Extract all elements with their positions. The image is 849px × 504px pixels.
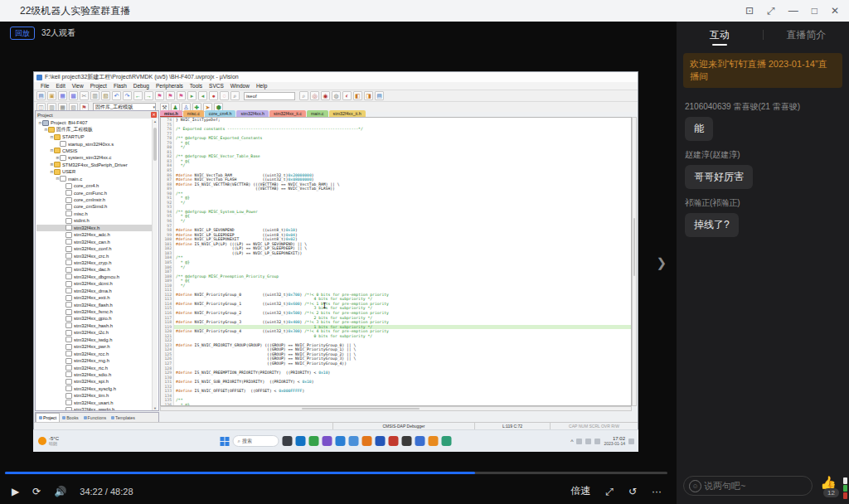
tree-item-core_cmInstr.h[interactable]: core_cmInstr.h: [36, 196, 153, 203]
close-icon[interactable]: ✕: [831, 0, 839, 22]
tree-item-stm32f4xx_conf.h[interactable]: stm32f4xx_conf.h: [36, 245, 153, 252]
tree-item-stm32f4xx_dcmi.h[interactable]: stm32f4xx_dcmi.h: [36, 280, 153, 287]
tree-item-core_cm4.h[interactable]: core_cm4.h: [36, 182, 153, 189]
green-app-icon[interactable]: [442, 436, 452, 446]
find-icon[interactable]: ⌕: [299, 91, 308, 100]
chat-input[interactable]: [683, 476, 813, 496]
code-view[interactable]: 74} NVIC_InitTypeDef;7576/* Exported con…: [160, 117, 632, 406]
tray-expand-icon[interactable]: ^: [570, 439, 573, 444]
panel-tab-project[interactable]: Project: [36, 413, 60, 422]
outdent-icon[interactable]: ◂: [198, 91, 207, 100]
tree-item-stm32f4xx_can.h[interactable]: stm32f4xx_can.h: [36, 238, 153, 245]
save-all-icon[interactable]: ▩: [69, 91, 78, 100]
editor-hscroll-thumb[interactable]: [302, 408, 420, 410]
tree-item-stm32f4xx_cryp.h[interactable]: stm32f4xx_cryp.h: [36, 259, 153, 266]
menu-help[interactable]: Help: [253, 83, 270, 89]
tree-item-stdint.h[interactable]: stdint.h: [36, 217, 153, 224]
emoji-icon[interactable]: ☺: [689, 480, 701, 492]
dev-app-icon[interactable]: [376, 436, 386, 446]
more-button[interactable]: ···: [652, 486, 662, 497]
tree-item-stm32f4xx_rng.h[interactable]: stm32f4xx_rng.h: [36, 357, 153, 364]
panel-collapse-handle[interactable]: ❯: [656, 255, 667, 270]
indent-icon[interactable]: ▸: [187, 91, 196, 100]
menu-debug[interactable]: Debug: [130, 83, 153, 89]
menu-file[interactable]: File: [37, 83, 52, 89]
chat-message-list[interactable]: 2106040639 雷喜骏(21 雷喜骏)能赵建淳(赵建淳)哥哥好厉害祁瀚正(…: [685, 93, 841, 468]
tree-item-stm32f4xx_pwr.h[interactable]: stm32f4xx_pwr.h: [36, 343, 153, 350]
editor-tab-core_cm4.h[interactable]: core_cm4.h: [205, 110, 236, 117]
flash-download-icon[interactable]: ◨: [364, 91, 373, 100]
incremental-find-icon[interactable]: ◎: [310, 91, 319, 100]
editor-tab-stm32f4xx.h[interactable]: stm32f4xx.h: [236, 110, 269, 117]
tree-item-stm32f4xx_tim.h[interactable]: stm32f4xx_tim.h: [36, 392, 153, 399]
tree-item-misc.h[interactable]: misc.h: [36, 211, 153, 217]
kill-icon[interactable]: ◐: [342, 91, 352, 100]
blue-app-icon[interactable]: [415, 436, 425, 446]
undo-icon[interactable]: ↶: [112, 91, 121, 100]
tree-item-stm32f4xx_gpio.h[interactable]: stm32f4xx_gpio.h: [36, 315, 153, 322]
new-file-icon[interactable]: ▤: [36, 91, 46, 100]
tree-item-STM32F4xx_StdPeriph_Driver[interactable]: ⊞STM32F4xx_StdPeriph_Driver: [36, 162, 153, 168]
tree-item-stm32f4xx_dma.h[interactable]: stm32f4xx_dma.h: [36, 288, 153, 294]
menu-peripherals[interactable]: Peripherals: [153, 83, 187, 89]
voice-app-icon[interactable]: [323, 436, 332, 446]
tree-item-CMSIS[interactable]: ⊟CMSIS: [36, 148, 153, 154]
tree-item-stm32f4xx_syscfg.h[interactable]: stm32f4xx_syscfg.h: [36, 385, 153, 392]
find-in-files-icon[interactable]: ⌕: [230, 91, 240, 100]
network-icon[interactable]: [585, 439, 591, 444]
tree-item-startup_stm32f40xx.s[interactable]: startup_stm32f40xx.s: [36, 140, 153, 147]
progress-bar[interactable]: [5, 472, 667, 474]
rotate-button[interactable]: ↺: [628, 486, 637, 497]
taskbar-clock[interactable]: 17:02 2023-01-14: [604, 436, 625, 446]
orange-app-2-icon[interactable]: [429, 436, 439, 446]
copy-icon[interactable]: ▥: [90, 91, 99, 100]
volume-button[interactable]: 🔊: [54, 486, 66, 497]
play-button[interactable]: ▶: [12, 486, 19, 497]
sidebar-tab-intro[interactable]: 直播简介: [764, 22, 849, 48]
windows-start-icon[interactable]: [221, 437, 230, 446]
panel-tab-templates[interactable]: Templates: [109, 414, 138, 422]
replay-button[interactable]: ⟳: [32, 486, 41, 497]
tree-item-stm32f4xx_fsmc.h[interactable]: stm32f4xx_fsmc.h: [36, 308, 153, 315]
notification-icon[interactable]: [628, 439, 634, 444]
editor-tab-stm32f4xx_it.h[interactable]: stm32f4xx_it.h: [329, 110, 366, 117]
editor-tab-misc.h[interactable]: misc.h: [160, 110, 182, 117]
mic-icon[interactable]: [576, 439, 582, 444]
editor-vscrollbar[interactable]: [632, 117, 637, 406]
keil-uvision-icon[interactable]: [389, 436, 399, 446]
tree-item-stm32f4xx_spi.h[interactable]: stm32f4xx_spi.h: [36, 378, 153, 385]
sidebar-tab-interaction[interactable]: 互动: [677, 22, 763, 48]
tree-item-stm32f4xx_wwdg.h[interactable]: stm32f4xx_wwdg.h: [36, 406, 153, 410]
browser-icon[interactable]: [336, 436, 346, 446]
fullscreen-button[interactable]: ⤢: [605, 486, 614, 497]
tree-item-STARTUP[interactable]: ⊟STARTUP: [36, 133, 153, 140]
editor-tab-main.c[interactable]: main.c: [307, 110, 328, 117]
navigate-forward-icon[interactable]: →: [144, 91, 153, 100]
tree-item-core_cmFunc.h[interactable]: core_cmFunc.h: [36, 189, 153, 196]
tree-item-stm32f4xx_i2c.h[interactable]: stm32f4xx_i2c.h: [36, 329, 153, 336]
bookmark-prev-icon[interactable]: ⚑: [166, 91, 175, 100]
tree-item-stm32f4xx_rtc.h[interactable]: stm32f4xx_rtc.h: [36, 364, 153, 371]
taskbar-weather[interactable]: -5°C 晴朗: [38, 436, 59, 446]
toolbar-find-input[interactable]: iseof: [244, 92, 295, 100]
menu-svcs[interactable]: SVCS: [206, 83, 227, 89]
editor-hscrollbar[interactable]: [160, 406, 632, 411]
video-stage[interactable]: 回放 32人观看 F:\keil project\32新建工程\Project\…: [0, 22, 677, 504]
speed-button[interactable]: 倍速: [570, 484, 590, 498]
taskbar-search[interactable]: ⌕ 搜索: [233, 435, 279, 447]
tree-item-USER[interactable]: ⊟USER: [36, 168, 153, 175]
fullscreen-icon[interactable]: ⤢: [767, 0, 775, 22]
tree-item-core_cmSimd.h[interactable]: core_cmSimd.h: [36, 203, 153, 210]
tree-item-stm32f4xx_sdio.h[interactable]: stm32f4xx_sdio.h: [36, 371, 153, 378]
tree-item-stm32f4xx_flash.h[interactable]: stm32f4xx_flash.h: [36, 301, 153, 308]
breakpoint-clear-icon[interactable]: ◌: [220, 91, 229, 100]
tree-item-stm32f4xx_rcc.h[interactable]: stm32f4xx_rcc.h: [36, 350, 153, 356]
popout-icon[interactable]: ⊡: [745, 0, 754, 22]
editor-vscroll-thumb[interactable]: [633, 218, 635, 275]
menu-view[interactable]: View: [69, 83, 87, 89]
save-icon[interactable]: ▦: [58, 91, 67, 100]
insert-trace-icon[interactable]: ◍: [332, 91, 341, 100]
settings-icon[interactable]: [349, 436, 359, 446]
tree-item--_-[interactable]: ⊟固件库_工程模版: [36, 126, 153, 133]
open-file-icon[interactable]: ▣: [47, 91, 56, 100]
